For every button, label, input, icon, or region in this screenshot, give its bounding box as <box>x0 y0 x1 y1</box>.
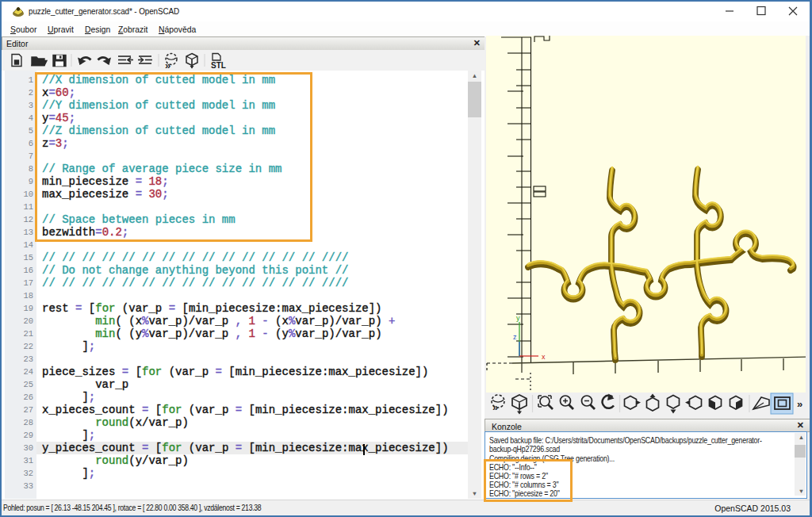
svg-text:»: » <box>797 398 802 410</box>
svg-text:»: » <box>165 59 170 71</box>
svg-text:z: z <box>513 333 517 341</box>
svg-text:STL: STL <box>211 61 226 70</box>
svg-text:y: y <box>516 314 520 322</box>
svg-text:x: x <box>542 353 546 361</box>
svg-text:»: » <box>492 401 498 413</box>
